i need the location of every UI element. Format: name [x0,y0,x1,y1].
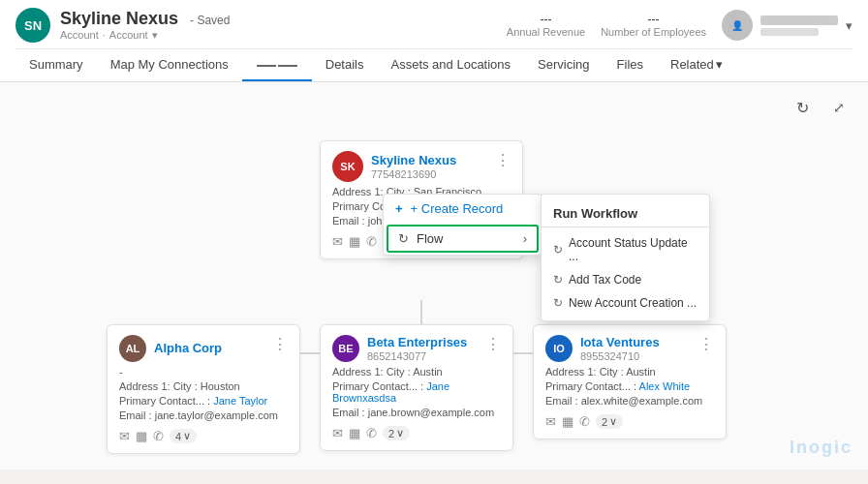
beta-card-badge-count: 2 [388,428,394,439]
main-card-header: SK Skyline Nexus 77548213690 ⋮ [332,151,511,182]
flow-label: Flow [417,231,443,246]
main-card-menu-button[interactable]: ⋮ [495,151,511,169]
alpha-card-badge[interactable]: 4 ∨ [170,429,197,443]
main-card-name[interactable]: Skyline Nexus [371,153,456,168]
iota-phone-icon[interactable]: ✆ [579,414,590,429]
breadcrumb: Account · Account ▾ [60,29,230,42]
beta-card-avatar: BE [332,335,359,362]
beta-card-title-area: BE Beta Enterprises 8652143077 [332,335,467,362]
iota-card-name-area: Iota Ventures 8955324710 [580,335,660,362]
iota-card-name[interactable]: Iota Ventures [580,335,660,350]
main-card-title-area: SK Skyline Nexus 77548213690 [332,151,456,182]
workflow-item-add-tax-code[interactable]: ↻ Add Tax Code [542,268,709,291]
beta-card-address: Address 1: City : Austin [332,366,501,378]
main-card-email-label: Email : [332,215,365,227]
create-record-button[interactable]: + + Create Record [384,195,542,223]
alpha-card-avatar: AL [119,335,146,362]
alpha-email-icon[interactable]: ✉ [119,429,130,443]
phone-icon[interactable]: ✆ [366,234,377,249]
beta-card-name[interactable]: Beta Enterprises [367,335,467,350]
alpha-card-header: AL Alpha Corp ⋮ [119,335,288,362]
calendar-icon[interactable]: ▦ [349,234,360,249]
nav-item-files[interactable]: Files [604,49,657,81]
iota-calendar-icon[interactable]: ▦ [562,414,574,429]
beta-card-id: 8652143077 [367,350,467,362]
run-workflow-panel: Run Workflow ↻ Account Status Update ...… [541,194,710,321]
expand-button[interactable]: ⤢ [825,94,852,121]
nav-item-map-my-connections[interactable]: Map My Connections [97,49,242,81]
top-right-controls: ↻ ⤢ [789,94,852,121]
breadcrumb-item-2[interactable]: Account [109,29,148,42]
beta-card-email-value: jane.brown@example.com [368,407,494,418]
user-info [760,15,838,36]
beta-card-email-label: Email : [332,407,365,418]
nav-item-summary[interactable]: Summary [16,49,97,81]
related-label: Related [670,57,714,72]
create-record-label: + Create Record [411,201,504,216]
iota-card-badge[interactable]: 2 ∨ [596,414,623,429]
workflow-item-account-status[interactable]: ↻ Account Status Update ... [542,231,709,268]
nav-item-related[interactable]: Related ▾ [657,49,736,81]
iota-card-email-label: Email : [545,395,578,407]
user-dropdown-icon[interactable]: ▾ [846,18,852,33]
iota-card-badge-count: 2 [602,416,607,428]
alpha-card-primary-contact-link[interactable]: Jane Taylor [213,395,267,407]
user-avatar: 👤 [722,10,753,41]
breadcrumb-dropdown-icon[interactable]: ▾ [152,29,158,42]
iota-card-badge-chevron: ∨ [609,415,617,428]
kpi-num-employees-value: --- [648,13,660,26]
workflow-icon-3: ↻ [553,296,563,310]
refresh-button[interactable]: ↻ [789,94,816,121]
alpha-card-email: Email : jane.taylor@example.com [119,409,288,421]
kpi-annual-revenue-value: --- [541,13,552,26]
beta-phone-icon[interactable]: ✆ [366,426,377,440]
alpha-card-email-label: Email : [119,409,152,421]
workflow-item-2-label: Add Tax Code [569,273,641,287]
alpha-card-primary-contact-label: Primary Contact... : [119,395,210,407]
beta-card-badge-chevron: ∨ [396,427,404,439]
iota-email-icon[interactable]: ✉ [545,414,556,429]
workflow-item-new-account-creation[interactable]: ↻ New Account Creation ... [542,291,709,315]
header-right: --- Annual Revenue --- Number of Employe… [507,10,852,41]
alpha-card-primary-contact: Primary Contact... : Jane Taylor [119,395,288,407]
child-card-iota-ventures: IO Iota Ventures 8955324710 ⋮ Address 1:… [533,324,727,439]
nav-bar: Summary Map My Connections Details Asset… [16,48,852,81]
iota-card-email-value: alex.white@example.com [581,395,703,407]
nav-item-hash[interactable] [242,49,312,81]
iota-card-menu-button[interactable]: ⋮ [698,335,714,353]
kpi-num-employees: --- Number of Employees [601,13,706,38]
alpha-card-address: Address 1: City : Houston [119,380,288,392]
record-name: Skyline Nexus [60,9,178,29]
nav-item-servicing[interactable]: Servicing [524,49,603,81]
beta-card-menu-button[interactable]: ⋮ [485,335,501,353]
beta-calendar-icon[interactable]: ▦ [349,426,360,440]
iota-card-primary-contact-link[interactable]: Alex White [639,380,691,392]
email-icon[interactable]: ✉ [332,234,343,249]
nav-item-details[interactable]: Details [312,49,378,81]
alpha-card-name[interactable]: Alpha Corp [154,341,222,356]
alpha-card-menu-button[interactable]: ⋮ [272,335,288,353]
iota-card-header: IO Iota Ventures 8955324710 ⋮ [545,335,714,362]
user-name-blur [760,15,838,25]
nav-item-assets-and-locations[interactable]: Assets and Locations [378,49,525,81]
saved-status: - Saved [190,14,230,27]
user-role-blur [760,28,819,36]
iota-card-avatar: IO [545,335,573,362]
alpha-card-name-area: Alpha Corp [154,341,222,356]
create-record-dropdown: + + Create Record ↻ Flow › [383,194,542,256]
beta-card-primary-contact: Primary Contact... : Jane Brownxasdsa [332,380,501,404]
main-card-name-area: Skyline Nexus 77548213690 [371,153,456,180]
alpha-phone-icon[interactable]: ✆ [153,429,164,443]
flow-menu-item[interactable]: ↻ Flow › [387,225,539,253]
iota-card-id: 8955324710 [580,350,660,362]
beta-email-icon[interactable]: ✉ [332,426,343,440]
alpha-card-email-value: jane.taylor@example.com [155,409,278,421]
alpha-calendar-icon[interactable]: ▦ [136,429,147,443]
flow-arrow-icon: › [523,231,527,246]
flow-icon: ↻ [398,231,409,246]
beta-card-badge[interactable]: 2 ∨ [383,426,410,440]
workflow-item-3-label: New Account Creation ... [569,296,697,310]
header-left: SN Skyline Nexus - Saved Account · Accou… [16,8,230,43]
workflow-icon-1: ↻ [553,243,563,257]
breadcrumb-item-1[interactable]: Account [60,29,99,42]
